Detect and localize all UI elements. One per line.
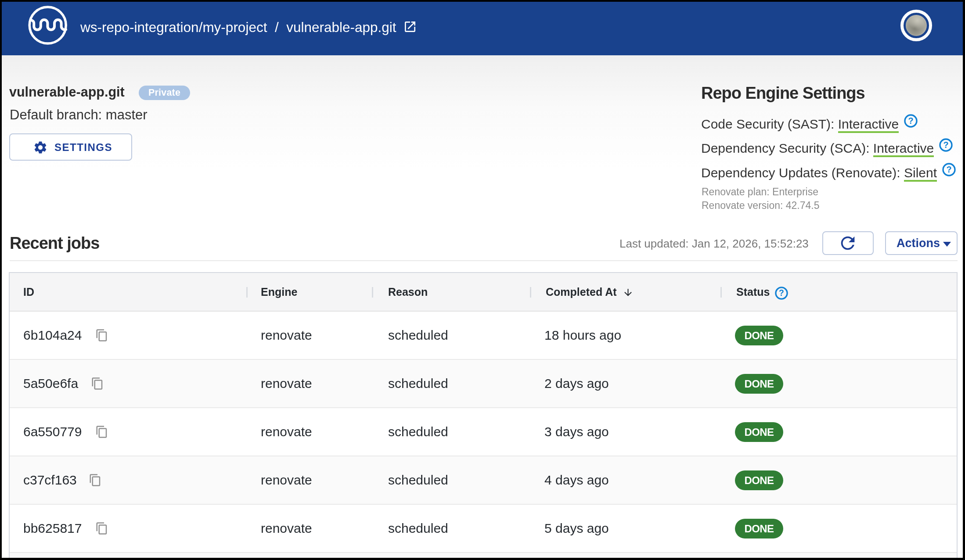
svg-text:?: ? [943,140,949,150]
svg-text:?: ? [908,116,914,126]
svg-text:?: ? [946,165,951,174]
svg-text:?: ? [779,288,784,298]
